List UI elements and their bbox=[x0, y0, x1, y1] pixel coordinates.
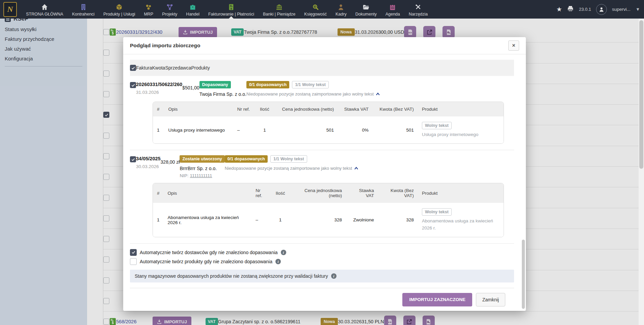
items-column-header: Ilość bbox=[255, 102, 274, 116]
dialog-body: Faktura Kwota Sprzedawca Produkty 202603… bbox=[123, 54, 521, 306]
items-column-header: Cena jednostkowa (netto) bbox=[274, 102, 338, 116]
product-freetext: Usługa proxy internetowego bbox=[422, 131, 500, 138]
invoice-date: 30.03.2026 bbox=[136, 164, 161, 169]
items-column-header: Ilość bbox=[272, 183, 289, 203]
invoice-checkbox[interactable] bbox=[130, 156, 136, 162]
seller-nip: NIP: 1111111111 bbox=[180, 173, 224, 178]
dialog-title: Podgląd importu zbiorczego bbox=[130, 43, 200, 49]
info-icon: i bbox=[281, 250, 286, 255]
column-header-kwota: Kwota bbox=[152, 65, 165, 71]
product-freetext: Abonamentowa usługa za kwiecień 2026 r. bbox=[422, 218, 500, 232]
items-column-header: Cena jednostkowa (netto) bbox=[289, 183, 346, 203]
seller-status-badge: Dopasowany bbox=[199, 81, 231, 88]
dialog-scrollbar-thumb[interactable] bbox=[522, 240, 525, 309]
close-button[interactable]: Zamknij bbox=[476, 293, 505, 306]
items-column-header: Stawka VAT bbox=[338, 102, 373, 116]
select-all-checkbox[interactable] bbox=[130, 65, 136, 71]
freetext-note: Niedopasowane pozycje zostaną zaimportow… bbox=[225, 166, 352, 171]
freetext-count-badge: 1/1 Wolny tekst bbox=[270, 155, 307, 163]
items-column-header: Opis bbox=[164, 102, 233, 116]
column-header-sprzedawca: Sprzedawca bbox=[165, 65, 191, 71]
invoice-checkbox[interactable] bbox=[130, 82, 136, 88]
option-checkbox[interactable] bbox=[130, 249, 137, 256]
bulk-import-preview-dialog: Podgląd importu zbiorczego × Faktura Kwo… bbox=[123, 37, 526, 311]
invoice-item-row: 1Usługa proxy internetowego–15010%501Wol… bbox=[153, 116, 504, 143]
import-option: Automatycznie twórz dostawców gdy nie zn… bbox=[130, 249, 514, 256]
invoice-amount: 328,00 zł bbox=[161, 155, 180, 165]
items-column-header: Kwota (Bez VAT) bbox=[378, 183, 418, 203]
application-window: N STRONA GŁÓWNAKontrahenciProdukty | Usł… bbox=[0, 0, 644, 325]
invoice-number: 34/05/2025 bbox=[136, 156, 161, 161]
option-label: Automatycznie twórz dostawców gdy nie zn… bbox=[140, 250, 278, 255]
items-column-header: Nr ref. bbox=[251, 183, 271, 203]
import-option: Automatycznie twórz produkty gdy nie zna… bbox=[130, 258, 514, 265]
items-column-header: Nr ref. bbox=[233, 102, 256, 116]
chevron-up-icon[interactable] bbox=[376, 92, 380, 96]
info-icon: i bbox=[275, 259, 281, 264]
freetext-note: Niedopasowane pozycje zostaną zaimportow… bbox=[246, 91, 374, 97]
invoice-items-table: #OpisNr ref.IlośćCena jednostkowa (netto… bbox=[153, 183, 504, 237]
freetext-badge: Wolny tekst bbox=[422, 208, 452, 216]
invoice-date: 31.03.2026 bbox=[136, 90, 182, 95]
seller-status-badge: Zostanie utworzony bbox=[180, 155, 224, 163]
invoice-amount: $501,00 bbox=[182, 81, 199, 90]
items-column-header: # bbox=[153, 102, 164, 116]
seller-name: BrrrBrrr Sp. z o.o. bbox=[180, 166, 224, 171]
product-cell: Wolny tekstUsługa proxy internetowego bbox=[418, 116, 504, 143]
column-header-produkty: Produkty bbox=[191, 65, 514, 71]
page-scrollbar bbox=[639, 19, 644, 325]
close-icon[interactable]: × bbox=[508, 40, 519, 51]
items-column-header: Produkt bbox=[418, 183, 504, 203]
freetext-count-badge: 1/1 Wolny tekst bbox=[292, 81, 329, 88]
option-label: Automatycznie twórz produkty gdy nie zna… bbox=[140, 259, 272, 264]
items-column-header: Kwota (Bez VAT) bbox=[373, 102, 418, 116]
items-column-header: Opis bbox=[164, 183, 252, 203]
matched-count-badge: 0/1 dopasowanych bbox=[225, 155, 268, 163]
invoice-items-table: #OpisNr ref.IlośćCena jednostkowa (netto… bbox=[153, 102, 504, 143]
items-column-header: Stawka VAT bbox=[346, 183, 378, 203]
dialog-footer: IMPORTUJ ZAZNACZONE Zamknij bbox=[130, 288, 514, 306]
option-checkbox[interactable] bbox=[130, 258, 137, 265]
matched-count-badge: 0/1 dopasowanych bbox=[246, 81, 289, 88]
dialog-header: Podgląd importu zbiorczego × bbox=[123, 37, 526, 54]
invoice-number: 20260331/50622/260 bbox=[136, 82, 182, 87]
column-header-faktura: Faktura bbox=[136, 65, 152, 71]
chevron-up-icon[interactable] bbox=[354, 166, 358, 170]
import-invoice-section: 20260331/50622/260 31.03.2026 $501,00 Do… bbox=[130, 76, 514, 150]
items-column-header: Produkt bbox=[418, 102, 504, 116]
info-icon: i bbox=[331, 273, 337, 279]
import-invoice-section: 34/05/2025 30.03.2026 328,00 zł Zostanie… bbox=[130, 150, 514, 244]
stock-info-note: Stany magazynowe dopasowanych produktów … bbox=[130, 270, 514, 282]
product-cell: Wolny tekstAbonamentowa usługa za kwieci… bbox=[418, 203, 504, 237]
page-scrollbar-thumb[interactable] bbox=[639, 20, 643, 169]
import-options: Automatycznie twórz dostawców gdy nie zn… bbox=[130, 249, 514, 265]
nip-link[interactable]: 1111111111 bbox=[190, 173, 212, 178]
items-column-header: # bbox=[153, 183, 164, 203]
import-selected-button[interactable]: IMPORTUJ ZAZNACZONE bbox=[402, 293, 472, 306]
freetext-badge: Wolny tekst bbox=[422, 122, 452, 129]
invoice-item-row: 1Abonamentowa usługa za kwiecień 2026 r.… bbox=[153, 203, 504, 237]
seller-name: Twoja Firma Sp. z o.o. bbox=[199, 91, 246, 97]
invoices-table-header: Faktura Kwota Sprzedawca Produkty bbox=[130, 60, 514, 76]
